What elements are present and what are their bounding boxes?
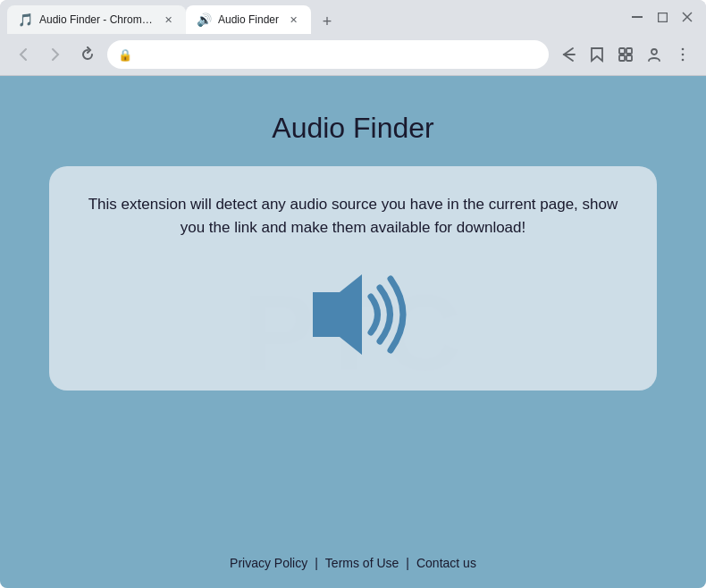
chrome-window: 🎵 Audio Finder - Chrome Web ... ✕ 🔊 Audi… <box>0 0 706 588</box>
contact-us-link[interactable]: Contact us <box>416 556 476 570</box>
page-content: PTC Audio Finder This extension will det… <box>0 76 706 588</box>
svg-rect-7 <box>619 55 625 61</box>
audio-speaker-icon <box>295 265 411 364</box>
profile-icon[interactable] <box>642 42 667 67</box>
info-card: This extension will detect any audio sou… <box>49 166 657 391</box>
minimize-button[interactable] <box>626 5 649 29</box>
tab-close-2[interactable]: ✕ <box>286 13 300 27</box>
new-tab-button[interactable]: + <box>315 9 340 34</box>
title-bar: 🎵 Audio Finder - Chrome Web ... ✕ 🔊 Audi… <box>0 0 706 34</box>
audio-icon-container <box>81 265 625 364</box>
svg-point-12 <box>682 59 685 62</box>
svg-rect-6 <box>626 48 632 54</box>
tab-title-1: Audio Finder - Chrome Web ... <box>39 13 154 26</box>
lock-icon: 🔒 <box>118 48 132 62</box>
svg-rect-1 <box>658 13 667 21</box>
forward-button[interactable] <box>43 42 68 67</box>
tab-audio-finder[interactable]: 🔊 Audio Finder ✕ <box>186 5 311 34</box>
svg-point-11 <box>682 54 685 56</box>
tabs-area: 🎵 Audio Finder - Chrome Web ... ✕ 🔊 Audi… <box>7 0 618 34</box>
svg-rect-0 <box>632 16 643 18</box>
footer-separator-2: | <box>406 556 409 570</box>
tab-title-2: Audio Finder <box>218 13 279 26</box>
window-controls <box>626 5 699 29</box>
terms-of-use-link[interactable]: Terms of Use <box>325 556 399 570</box>
svg-point-10 <box>682 48 685 51</box>
tab-favicon-2: 🔊 <box>197 13 211 27</box>
svg-rect-5 <box>619 48 625 54</box>
page-title: Audio Finder <box>272 112 433 145</box>
svg-rect-8 <box>626 55 632 61</box>
page-footer: Privacy Policy | Terms of Use | Contact … <box>0 556 706 570</box>
tab-close-1[interactable]: ✕ <box>161 13 175 27</box>
tab-chrome-webstore[interactable]: 🎵 Audio Finder - Chrome Web ... ✕ <box>7 5 186 34</box>
bookmark-icon[interactable] <box>584 42 609 67</box>
svg-marker-13 <box>313 274 362 355</box>
footer-separator-1: | <box>315 556 318 570</box>
extensions-icon[interactable] <box>613 42 638 67</box>
maximize-button[interactable] <box>651 5 674 29</box>
back-button[interactable] <box>11 42 36 67</box>
svg-point-9 <box>651 49 657 55</box>
refresh-button[interactable] <box>75 42 100 67</box>
address-bar: 🔒 <box>0 34 706 75</box>
url-bar[interactable]: 🔒 <box>107 40 549 69</box>
privacy-policy-link[interactable]: Privacy Policy <box>230 556 307 570</box>
share-icon[interactable] <box>556 42 581 67</box>
tab-favicon-1: 🎵 <box>18 13 32 27</box>
footer-links: Privacy Policy | Terms of Use | Contact … <box>0 556 706 570</box>
menu-icon[interactable] <box>670 42 695 67</box>
close-button[interactable] <box>676 5 699 29</box>
toolbar-right <box>556 42 695 67</box>
svg-marker-4 <box>592 48 602 61</box>
card-description: This extension will detect any audio sou… <box>81 193 625 239</box>
